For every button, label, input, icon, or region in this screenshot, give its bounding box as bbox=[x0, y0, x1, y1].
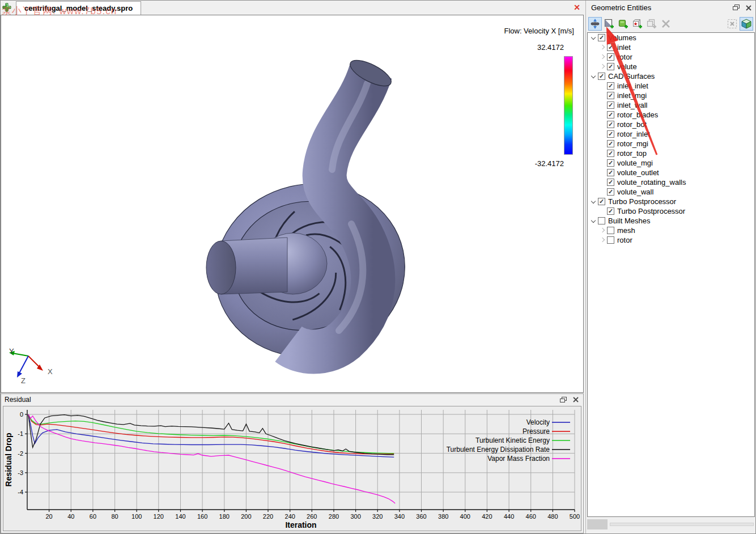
tree-item-volute-outlet[interactable]: ✓volute_outlet bbox=[588, 168, 754, 177]
tree-item-mesh[interactable]: mesh bbox=[588, 226, 754, 235]
tree-item-turbo-postprocessor[interactable]: ✓Turbo Postprocessor bbox=[588, 206, 754, 216]
add-icon[interactable] bbox=[2, 3, 11, 12]
tree-item-inlet[interactable]: ✓inlet bbox=[588, 43, 754, 52]
checkbox[interactable]: ✓ bbox=[607, 140, 614, 147]
chevron-collapsed-icon[interactable] bbox=[598, 236, 607, 244]
duplicate-entity-icon[interactable] bbox=[645, 17, 659, 31]
checkbox[interactable]: ✓ bbox=[607, 159, 614, 167]
color-legend-title: Flow: Velocity X [m/s] bbox=[504, 27, 574, 35]
add-plane-icon[interactable] bbox=[602, 17, 616, 31]
close-panel-icon[interactable] bbox=[571, 395, 581, 404]
chevron-expanded-icon[interactable] bbox=[589, 217, 598, 225]
chevron-placeholder bbox=[598, 178, 607, 187]
svg-text:380: 380 bbox=[438, 513, 448, 520]
delete-entity-icon[interactable] bbox=[659, 17, 673, 31]
checkbox[interactable]: ✓ bbox=[607, 207, 614, 215]
svg-text:Turbulent Energy Dissipation R: Turbulent Energy Dissipation Rate bbox=[447, 446, 550, 454]
chevron-placeholder bbox=[598, 101, 607, 109]
svg-text:-2: -2 bbox=[18, 450, 23, 457]
svg-text:Iteration: Iteration bbox=[285, 520, 316, 529]
chevron-collapsed-icon[interactable] bbox=[598, 226, 607, 235]
chevron-expanded-icon[interactable] bbox=[589, 72, 598, 80]
float-panel-icon[interactable] bbox=[731, 3, 741, 12]
float-panel-icon[interactable] bbox=[558, 395, 568, 404]
tree-item-rotor-inlet[interactable]: ✓rotor_inlet bbox=[588, 129, 754, 139]
chevron-placeholder bbox=[598, 149, 607, 158]
tree-item-inlet-inlet[interactable]: ✓inlet_inlet bbox=[588, 81, 754, 91]
clear-selection-icon[interactable] bbox=[725, 17, 739, 31]
checkbox[interactable]: ✓ bbox=[598, 198, 605, 205]
residual-plot: 2040608010012014016018020022024026028030… bbox=[3, 406, 581, 531]
tree-item-rotor-bot[interactable]: ✓rotor_bot bbox=[588, 120, 754, 129]
scrollbar-thumb[interactable] bbox=[587, 519, 608, 529]
checkbox[interactable]: ✓ bbox=[607, 179, 614, 186]
tree-item-volute-mgi[interactable]: ✓volute_mgi bbox=[588, 158, 754, 168]
tree-item-rotor-mgi[interactable]: ✓rotor_mgi bbox=[588, 139, 754, 149]
tree-item-label: volute_outlet bbox=[617, 168, 659, 177]
chevron-collapsed-icon[interactable] bbox=[598, 53, 607, 61]
add-volume-icon[interactable] bbox=[617, 17, 630, 31]
checkbox[interactable] bbox=[607, 227, 614, 234]
tree-item-rotor-top[interactable]: ✓rotor_top bbox=[588, 149, 754, 158]
checkbox[interactable] bbox=[607, 236, 614, 244]
chevron-collapsed-icon[interactable] bbox=[598, 43, 607, 52]
tree-item-volute[interactable]: ✓volute bbox=[588, 62, 754, 71]
tree-item-rotor[interactable]: rotor bbox=[588, 235, 754, 245]
close-panel-icon[interactable] bbox=[744, 3, 754, 12]
checkbox[interactable]: ✓ bbox=[598, 34, 605, 41]
svg-text:Residual Drop: Residual Drop bbox=[4, 433, 13, 487]
tree-item-volute-rotating-walls[interactable]: ✓volute_rotating_walls bbox=[588, 177, 754, 187]
checkbox[interactable]: ✓ bbox=[607, 188, 614, 196]
tree-item-inlet-wall[interactable]: ✓inlet_wall bbox=[588, 100, 754, 110]
checkbox[interactable]: ✓ bbox=[598, 73, 605, 80]
tree-item-label: rotor_blades bbox=[617, 111, 658, 119]
geometric-entities-panel: Geometric Entities bbox=[585, 1, 756, 534]
tree-item-cad-surfaces[interactable]: ✓CAD Surfaces bbox=[588, 71, 754, 81]
svg-text:Vapor Mass Fraction: Vapor Mass Fraction bbox=[487, 455, 550, 463]
checkbox[interactable]: ✓ bbox=[607, 63, 614, 70]
svg-text:-4: -4 bbox=[18, 489, 23, 495]
checkbox[interactable]: ✓ bbox=[607, 169, 614, 176]
tree-item-rotor[interactable]: ✓rotor bbox=[588, 52, 754, 62]
svg-text:80: 80 bbox=[111, 513, 118, 520]
checkbox[interactable]: ✓ bbox=[607, 53, 614, 61]
close-document-icon[interactable]: ✕ bbox=[572, 2, 582, 12]
geometric-entities-title: Geometric Entities bbox=[591, 3, 651, 12]
viewport-3d[interactable]: Flow: Velocity X [m/s] 32.4172 -32.4172 … bbox=[1, 15, 584, 393]
chevron-collapsed-icon[interactable] bbox=[598, 62, 607, 71]
tree-item-built-meshes[interactable]: Built Meshes bbox=[588, 216, 754, 226]
checkbox[interactable]: ✓ bbox=[607, 111, 614, 118]
geometric-entities-titlebar[interactable]: Geometric Entities bbox=[586, 1, 756, 15]
tab-bar: centrifugal_model_steady.spro ✕ bbox=[1, 1, 584, 15]
checkbox[interactable]: ✓ bbox=[607, 44, 614, 51]
chevron-expanded-icon[interactable] bbox=[589, 197, 598, 206]
document-tab[interactable]: centrifugal_model_steady.spro bbox=[16, 1, 141, 15]
checkbox[interactable]: ✓ bbox=[607, 150, 614, 157]
application-window: 泵小丫官网: www.7b5.cn centrifugal_model_stea… bbox=[0, 0, 756, 534]
tree-item-label: rotor_inlet bbox=[617, 130, 650, 138]
tree-item-turbo-postprocessor[interactable]: ✓Turbo Postprocessor bbox=[588, 197, 754, 206]
tree-item-label: Turbo Postprocessor bbox=[617, 207, 685, 215]
tree-item-rotor-blades[interactable]: ✓rotor_blades bbox=[588, 110, 754, 120]
geometric-entities-toolbar bbox=[587, 16, 755, 31]
tree-item-label: inlet_mgi bbox=[617, 91, 647, 100]
checkbox[interactable]: ✓ bbox=[607, 101, 614, 109]
checkbox[interactable] bbox=[598, 217, 605, 224]
view-cube-icon[interactable] bbox=[740, 17, 753, 31]
tree-item-inlet-mgi[interactable]: ✓inlet_mgi bbox=[588, 91, 754, 100]
checkbox[interactable]: ✓ bbox=[607, 92, 614, 99]
tree-horizontal-scrollbar[interactable] bbox=[587, 519, 755, 530]
tree-item-volute-wall[interactable]: ✓volute_wall bbox=[588, 187, 754, 197]
checkbox[interactable]: ✓ bbox=[607, 130, 614, 138]
clip-plane-tool-icon[interactable] bbox=[588, 17, 602, 31]
checkbox[interactable]: ✓ bbox=[607, 82, 614, 90]
chevron-expanded-icon[interactable] bbox=[589, 33, 598, 42]
chevron-placeholder bbox=[598, 139, 607, 148]
residual-panel-titlebar[interactable]: Residual bbox=[1, 394, 583, 405]
checkbox[interactable]: ✓ bbox=[607, 121, 614, 128]
add-point-icon[interactable] bbox=[631, 17, 644, 31]
svg-text:120: 120 bbox=[154, 513, 164, 520]
tree-item-volumes[interactable]: ✓Volumes bbox=[588, 33, 754, 43]
svg-text:360: 360 bbox=[416, 513, 426, 520]
tree-item-label: Built Meshes bbox=[608, 217, 650, 225]
